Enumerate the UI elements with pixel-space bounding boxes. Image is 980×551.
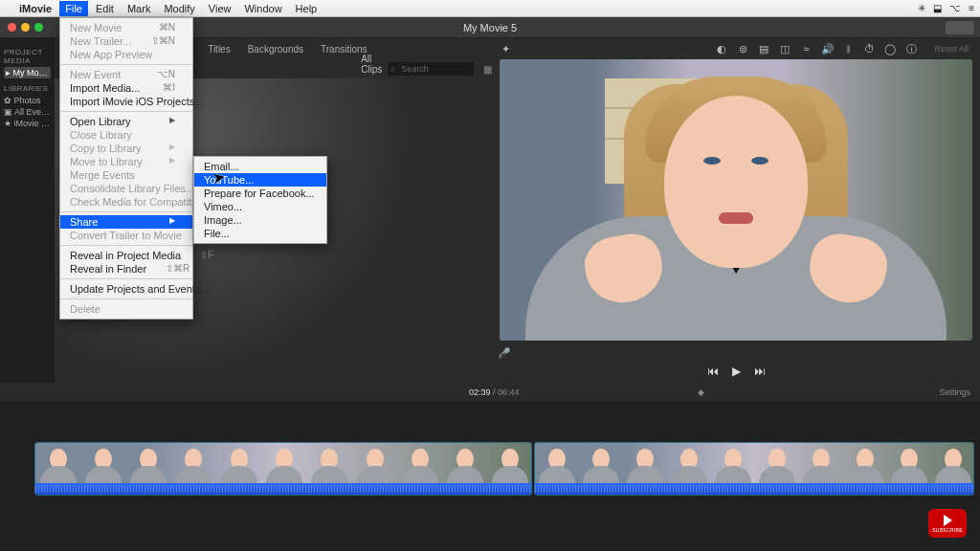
timeline[interactable] (0, 402, 980, 551)
youtube-subscribe-badge[interactable]: SUBSCRIBE (928, 509, 967, 538)
time-display: 02:39 / 06:44 (469, 387, 520, 397)
subscribe-label: SUBSCRIBE (932, 527, 963, 533)
menu-file[interactable]: File (59, 1, 88, 16)
file-menu: New Movie⌘NNew Trailer...⇧⌘NNew App Prev… (59, 17, 193, 320)
status-icon[interactable]: ≡ (969, 3, 974, 13)
menu-edit[interactable]: Edit (96, 3, 114, 14)
tab-titles[interactable]: Titles (208, 44, 231, 55)
status-icon[interactable]: ✳ (918, 3, 925, 13)
sidebar-item-allevents[interactable]: ▣ All Events (4, 106, 51, 118)
menu-item[interactable]: Share (60, 215, 192, 229)
stabilize-icon[interactable]: ≈ (800, 43, 812, 55)
menu-item: Move to Library (60, 155, 192, 168)
menu-item: Consolidate Library Files... (60, 182, 192, 195)
color-balance-icon[interactable]: ⊜ (737, 43, 748, 55)
menu-item: Convert Trailer to Movie (60, 229, 192, 242)
menu-item: Copy to Library (60, 142, 192, 155)
window-controls[interactable] (8, 23, 43, 32)
play-icon (944, 515, 952, 526)
speed-icon[interactable]: ⏱ (863, 43, 875, 55)
color-icon[interactable]: ▤ (758, 43, 769, 55)
prev-button[interactable]: ⏮ (707, 364, 719, 378)
sidebar-item-photos[interactable]: ✿ Photos (4, 95, 51, 106)
sidebar: PROJECT MEDIA ▸ My Movie 5 LIBRARIES ✿ P… (0, 38, 55, 383)
menu-item[interactable]: Image... (194, 213, 326, 227)
filter-icon[interactable]: ◯ (884, 43, 896, 55)
menu-mark[interactable]: Mark (127, 3, 150, 14)
menu-item[interactable]: Import iMovie iOS Projects... (60, 95, 192, 108)
menu-item: New App Preview (60, 48, 192, 61)
menu-item: Merge Events (60, 168, 192, 182)
time-ruler: 02:39 / 06:44 ◆ Settings (0, 383, 980, 402)
menu-item: Check Media for Compatibility... (60, 195, 192, 209)
playback-controls: ⏮ ▶ ⏭ (492, 360, 980, 383)
menu-item[interactable]: Open Library (60, 115, 192, 128)
menu-item[interactable]: Prepare for Facebook... (194, 187, 326, 200)
volume-icon[interactable]: 🔊 (821, 43, 833, 55)
menubar-status-icons: ✳ ⬓ ⌥ ≡ (918, 3, 974, 13)
tab-backgrounds[interactable]: Backgrounds (248, 44, 303, 55)
crop-icon[interactable]: ◫ (779, 43, 791, 55)
timeline-settings[interactable]: Settings (939, 387, 970, 397)
search-input[interactable]: Search (388, 62, 474, 76)
menu-item[interactable]: Reveal in Finder⇧⌘R (60, 262, 192, 276)
preview-video[interactable] (500, 59, 972, 341)
status-icon[interactable]: ⌥ (949, 3, 961, 13)
menu-item: Delete (60, 302, 192, 316)
timeline-clip[interactable] (534, 442, 974, 496)
share-button[interactable] (946, 21, 974, 34)
preview-pane: ✦ ◐ ⊜ ▤ ◫ ≈ 🔊 ⫴ ⏱ ◯ ⓘ Reset All 🎤 ⤢ (492, 38, 980, 383)
mic-row: 🎤 ⤢ (492, 344, 980, 360)
sidebar-item-library[interactable]: ★ iMovie Library (4, 118, 51, 129)
menu-item[interactable]: Import Media...⌘I (60, 81, 192, 95)
status-icon[interactable]: ⬓ (933, 3, 942, 13)
menu-item[interactable]: Vimeo... (194, 200, 326, 213)
zoom-marker[interactable]: ◆ (698, 387, 704, 397)
menu-item: New Trailer...⇧⌘N (60, 34, 192, 48)
video-track[interactable] (34, 442, 974, 496)
menu-item[interactable]: Reveal in Project Media⇧F (60, 249, 192, 262)
menu-item: New Event⌥N (60, 68, 192, 81)
menu-window[interactable]: Window (244, 3, 281, 14)
grid-toggle-icon[interactable]: ▦ (483, 64, 492, 75)
reset-button[interactable]: Reset All (934, 44, 969, 54)
info-icon[interactable]: ⓘ (905, 42, 917, 56)
menu-item[interactable]: File... (194, 227, 326, 240)
noise-icon[interactable]: ⫴ (842, 43, 854, 55)
sidebar-project[interactable]: ▸ My Movie 5 (4, 67, 51, 78)
menu-view[interactable]: View (209, 3, 232, 14)
sidebar-header-libraries: LIBRARIES (4, 84, 51, 93)
wand-icon[interactable]: ✦ (500, 43, 511, 55)
menu-item[interactable]: Update Projects and Events... (60, 282, 192, 296)
play-button[interactable]: ▶ (732, 364, 741, 378)
adjust-toolbar: ✦ ◐ ⊜ ▤ ◫ ≈ 🔊 ⫴ ⏱ ◯ ⓘ Reset All (492, 38, 980, 59)
menu-modify[interactable]: Modify (164, 3, 194, 14)
enhance-icon[interactable]: ◐ (716, 43, 727, 55)
menu-item: New Movie⌘N (60, 21, 192, 34)
mac-menubar: iMovie File Edit Mark Modify View Window… (0, 0, 980, 17)
next-button[interactable]: ⏭ (754, 364, 766, 378)
app-menu[interactable]: iMovie (19, 3, 52, 14)
sidebar-header-project: PROJECT MEDIA (4, 48, 51, 65)
menu-item: Close Library (60, 128, 192, 142)
window-title: My Movie 5 (463, 22, 517, 33)
timeline-clip[interactable] (34, 442, 532, 496)
expand-icon[interactable]: ⤢ (498, 347, 970, 360)
menu-help[interactable]: Help (296, 3, 318, 14)
